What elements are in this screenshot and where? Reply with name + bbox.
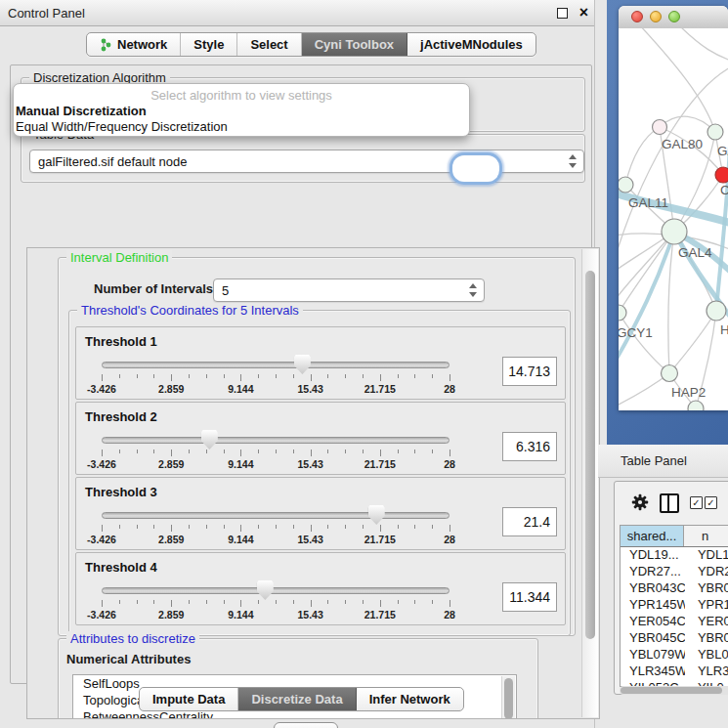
table-row[interactable]: YDL19...YDL1 (621, 547, 728, 564)
tick-mark (240, 525, 241, 532)
slider-track[interactable] (102, 437, 450, 444)
node-bottom[interactable] (688, 401, 704, 410)
node-top-right[interactable] (707, 124, 723, 140)
slider-thumb[interactable] (257, 580, 274, 600)
table-cell[interactable]: YBL0 (685, 647, 728, 664)
threshold-value-field[interactable] (502, 582, 557, 612)
tick-mark (398, 450, 399, 453)
node-right-mid[interactable] (707, 301, 726, 321)
table-row[interactable]: YBR043CYBR0 (621, 580, 728, 597)
slider-track[interactable] (102, 587, 450, 594)
table-cell[interactable]: YBR043C (621, 580, 685, 597)
table-cell[interactable]: YDL19... (621, 547, 685, 564)
table-cell[interactable]: YDR2 (685, 564, 728, 580)
table-cell[interactable]: YBR0 (685, 630, 728, 647)
dropdown-option-manual-discretization[interactable]: Manual Discretization (14, 104, 469, 119)
column-header-2[interactable]: n (684, 526, 728, 546)
table-cell[interactable]: YDL1 (685, 547, 728, 564)
thin-edge[interactable] (619, 373, 669, 407)
gear-icon[interactable] (631, 493, 649, 511)
scrollbar-thumb[interactable] (621, 687, 722, 694)
thin-edge[interactable] (668, 232, 674, 373)
threshold-slider[interactable]: -3.4262.8599.14415.4321.71528 (102, 428, 450, 471)
scrollbar-thumb[interactable] (585, 271, 595, 639)
horizontal-scrollbar[interactable] (620, 686, 728, 695)
table-row[interactable]: YBL079WYBL0 (621, 647, 728, 664)
scrollbar-thumb[interactable] (504, 678, 513, 719)
node-gal4[interactable] (662, 219, 687, 244)
tick-mark (224, 600, 225, 604)
node-pink[interactable] (653, 120, 667, 135)
threshold-slider[interactable]: -3.4262.8599.14415.4321.71528 (102, 503, 450, 546)
tab-cyni-toolbox[interactable]: Cyni Toolbox (302, 33, 407, 56)
tab-jactivemnodules[interactable]: jActiveMNodules (407, 33, 535, 56)
threshold-slider[interactable]: -3.4262.8599.14415.4321.71528 (102, 353, 450, 396)
tick-label: 21.715 (364, 383, 396, 395)
network-canvas[interactable]: GAL80GACGAL11GAL4GCY1HHAP2 (619, 28, 728, 410)
tab-network[interactable]: Network (87, 33, 181, 56)
table-cell[interactable]: YLR3 (685, 664, 728, 680)
slider-thumb[interactable] (201, 430, 218, 450)
table-cell[interactable]: YDR27... (621, 564, 685, 580)
node-label-gal11: GAL11 (628, 195, 668, 210)
tab-style[interactable]: Style (181, 33, 237, 56)
tab-discretize-data[interactable]: Discretize Data (238, 688, 356, 710)
threshold-value-field[interactable] (502, 432, 557, 461)
table-row[interactable]: YER054CYER0 (621, 614, 728, 630)
checkbox-icon[interactable] (690, 496, 703, 509)
threshold-value-field[interactable] (502, 357, 557, 386)
table-cell[interactable]: YBR045C (621, 630, 685, 647)
table-cell[interactable]: YPR145W (621, 597, 685, 614)
node-hap2[interactable] (662, 365, 678, 382)
threshold-label: Threshold 4 (85, 560, 157, 575)
minimize-button[interactable] (650, 11, 662, 22)
table-row[interactable]: YDR27...YDR2 (621, 564, 728, 580)
algorithm-combobox-focused[interactable] (452, 155, 499, 182)
threshold-slider[interactable]: -3.4262.8599.14415.4321.71528 (102, 578, 450, 621)
table-cell[interactable]: YBR0 (685, 580, 728, 597)
zoom-button[interactable] (668, 11, 680, 22)
checkbox-icon[interactable] (705, 496, 717, 509)
slider-track[interactable] (102, 512, 450, 519)
table-cell[interactable]: YLR345W (621, 664, 685, 680)
float-window-icon[interactable] (557, 8, 568, 19)
slider-thumb[interactable] (294, 355, 311, 374)
apply-button[interactable]: Apply (274, 722, 338, 728)
table-cell[interactable]: YBL079W (621, 647, 685, 664)
node-attribute-table[interactable]: shared...n YDL19...YDL1YDR27...YDR2YBR04… (620, 525, 728, 687)
control-panel-tabs: NetworkStyleSelectCyni ToolboxjActiveMNo… (86, 32, 536, 57)
split-columns-icon[interactable] (660, 493, 679, 513)
table-data-combobox[interactable]: galFiltered.sif default node (29, 150, 584, 173)
node-gcy1[interactable] (619, 305, 626, 321)
thin-edge[interactable] (638, 28, 715, 132)
thin-edge[interactable] (625, 127, 660, 185)
table-row[interactable]: YLR345WYLR3 (621, 664, 728, 680)
list-scrollbar[interactable] (501, 676, 515, 719)
num-intervals-combobox[interactable]: 5 (213, 278, 485, 302)
table-cell[interactable]: YPR1 (685, 597, 728, 614)
vertical-scrollbar[interactable] (581, 249, 598, 717)
tab-infer-network[interactable]: Infer Network (357, 688, 463, 710)
tab-select[interactable]: Select (237, 33, 301, 56)
slider-track[interactable] (102, 362, 450, 368)
close-button[interactable] (631, 11, 643, 22)
thin-edge[interactable] (677, 28, 728, 62)
threshold-value-field[interactable] (502, 507, 557, 536)
close-panel-icon[interactable] (579, 3, 588, 22)
slider-thumb[interactable] (368, 505, 385, 525)
tick-mark (432, 374, 433, 378)
table-cell[interactable]: YER054C (621, 614, 685, 630)
thin-edge[interactable] (660, 116, 715, 132)
dropdown-option-equal-width-frequency-discretization[interactable]: Equal Width/Frequency Discretization (14, 119, 469, 135)
tab-impute-data[interactable]: Impute Data (140, 688, 238, 710)
tick-label: 28 (444, 534, 455, 545)
node-red[interactable] (715, 167, 728, 183)
table-row[interactable]: YBR045CYBR0 (621, 630, 728, 647)
thin-edge[interactable] (669, 311, 716, 373)
table-row[interactable]: YPR145WYPR1 (621, 597, 728, 614)
table-cell[interactable]: YER0 (685, 614, 728, 630)
tick-mark (414, 525, 415, 529)
column-header-1[interactable]: shared... (621, 526, 684, 546)
node-gal11[interactable] (619, 177, 633, 193)
table-panel-title: Table Panel (621, 453, 687, 468)
